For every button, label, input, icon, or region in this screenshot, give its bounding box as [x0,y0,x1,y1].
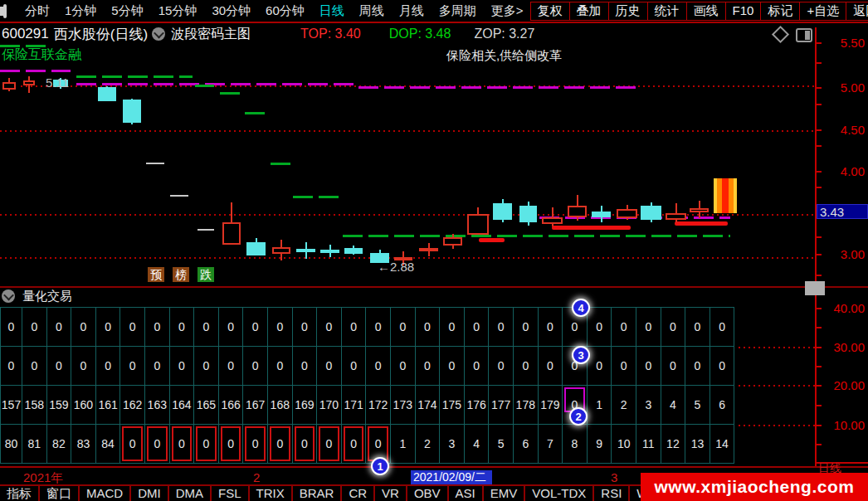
grid-cell-value: 0 [154,437,160,450]
grid-cell-value: 0 [227,359,234,372]
toolbar-button[interactable]: 返回 [846,2,868,21]
indicator-tab[interactable]: FSL [212,486,250,501]
grid-cell-value: 170 [319,398,339,411]
layout-icon[interactable] [796,28,812,42]
toolbar-button[interactable]: +自选 [799,2,846,21]
candle [467,214,489,235]
grid-cell-value: 0 [252,359,259,372]
menu-item[interactable]: 分时 [17,3,57,19]
menu-item[interactable]: 多周期 [432,3,484,19]
stock-name: 西水股份(日线) [54,25,148,44]
grid-cell: 0 [341,346,367,386]
grid-cell-value: 177 [491,398,510,411]
toolbar-button[interactable]: 画线 [686,2,726,21]
toolbar-button[interactable]: 标记 [760,2,800,21]
chevron-down-icon[interactable] [2,289,15,303]
grid-cell: 0 [71,307,96,347]
grid-cell: 0 [144,424,170,464]
step-badge: 2 [569,407,588,426]
grid-cell-value: 0 [645,320,651,333]
dop-value-label: DOP: 3.48 [389,27,451,41]
quant-panel-header: 量化交易 [0,288,868,304]
grid-cell: 11 [636,424,661,464]
chevron-down-icon[interactable] [152,27,165,41]
grid-cell-value: 0 [375,437,382,450]
indicator-tab[interactable]: CR [342,486,375,501]
menu-item[interactable]: 更多> [484,3,531,19]
menu-item[interactable]: 15分钟 [151,3,205,19]
grid-cell: 0 [415,307,441,347]
grid-cell: 0 [710,346,735,386]
menu-item[interactable]: 日线 [312,3,352,19]
grid-cell: 0 [611,346,636,386]
grid-cell-value: 0 [424,320,431,333]
menu-item[interactable]: 5分钟 [104,3,150,19]
grid-cell: 168 [267,385,293,425]
grid-cell: 3 [439,424,465,464]
axis-tick [815,327,822,328]
grid-cell: 0 [439,307,465,347]
indicator-tab[interactable]: MACD [80,486,131,501]
indicator-tab[interactable]: VOL-TDX [525,486,594,501]
candle [568,206,587,217]
menu-item[interactable]: 1分钟 [57,3,104,19]
grid-cell-value: 0 [154,359,160,372]
grid-cell-value: 5 [695,398,701,411]
menu-item[interactable]: 60分钟 [258,3,312,19]
indicator-tab[interactable]: 窗口 [40,486,80,501]
toolbar-button[interactable]: 历史 [608,2,648,21]
grid-cell-value: 172 [368,398,388,411]
grid-cell-value: 160 [74,398,93,411]
grid-cell-value: 2 [621,398,627,411]
grid-cell-value: 165 [197,398,216,411]
panel-toggle-icon[interactable] [3,4,7,18]
grid-cell: 0 [242,424,268,464]
grid-cell: 0 [341,424,367,464]
menu-item[interactable]: 30分钟 [204,3,258,19]
menu-item[interactable]: 周线 [352,3,392,19]
indicator-tab[interactable]: DMA [169,486,212,501]
grid-cell: 0 [538,307,563,347]
grid-cell-value: 0 [129,437,136,450]
grid-cell-value: 82 [52,437,66,450]
grid-cell: 0 [488,307,514,347]
concept-tag-center: 保险相关,供给侧改革 [446,48,562,64]
toolbar-button[interactable]: 统计 [647,2,687,21]
grid-cell: 5 [685,385,710,425]
axis-tick [815,405,822,406]
grid-cell-value: 0 [473,320,480,333]
grid-cell-value: 0 [301,359,308,372]
grid-cell: 0 [365,346,391,386]
grid-cell: 1 [390,424,416,464]
menu-item[interactable]: 月线 [392,3,432,19]
toolbar-button[interactable]: 叠加 [569,2,609,21]
trading-app-window: 分时1分钟5分钟15分钟30分钟60分钟日线周线月线多周期更多> 复权叠加历史统… [0,0,868,501]
indicator-tab[interactable]: RSI [594,486,630,501]
step-badge: 4 [572,299,590,317]
indicator-tab[interactable]: TRIX [250,486,293,501]
axis-tick [815,171,822,173]
indicator-tab[interactable]: OBV [407,486,449,501]
candle [666,213,686,220]
grid-cell: 0 [661,307,686,347]
grid-cell: 8 [562,424,588,464]
indicator-tab[interactable]: DMI [131,486,169,501]
indicator-tab[interactable]: VR [375,486,407,501]
indicator-tab[interactable]: ASI [449,486,484,501]
grid-cell: 0 [587,346,612,386]
grid-cell: 0 [390,346,416,386]
indicator-tab[interactable]: 指标 [0,486,40,501]
price-axis-label: 5.00 [817,80,865,95]
axis-tick [815,275,822,276]
indicator-tab[interactable]: BRAR [293,486,343,501]
grid-cell-value: 0 [252,320,259,333]
grid-cell: 0 [169,307,195,347]
toolbar-button[interactable]: 复权 [530,2,570,21]
toolbar-button[interactable]: F10 [725,2,762,21]
grid-cell-value: 0 [276,437,283,450]
grid-cell: 82 [46,424,72,464]
grid-cell: 167 [242,385,268,425]
diamond-icon[interactable] [772,26,789,43]
indicator-tab[interactable]: EMV [484,486,526,501]
grid-cell: 3 [636,385,661,425]
